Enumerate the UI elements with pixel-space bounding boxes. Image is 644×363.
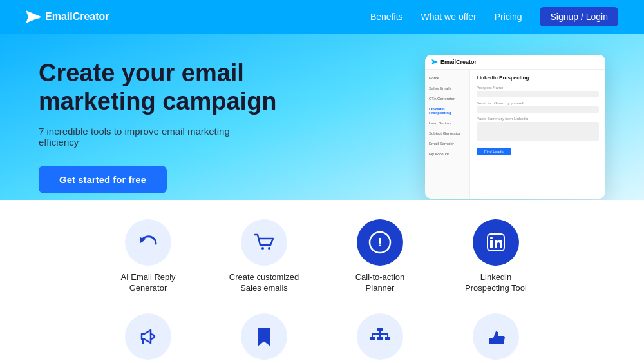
feature-icon-circle-cta: !: [357, 219, 403, 266]
feature-label-sales: Create customized Sales emails: [225, 272, 303, 294]
mockup-field-services: Services offered by yourself: [477, 101, 599, 113]
info-icon: !: [368, 231, 392, 254]
feature-icon-circle-campaign: [125, 313, 171, 360]
mockup-find-leads-button[interactable]: Find Leads: [477, 148, 511, 155]
feature-linkedin: Linkedin Prospecting Tool: [457, 219, 535, 294]
mockup-input-services: [477, 106, 599, 113]
svg-point-10: [490, 237, 493, 239]
mockup-field-summary: Paste Summary from Linkedin: [477, 117, 599, 141]
mockup-content-title: Linkedin Prospecting: [477, 75, 599, 81]
feature-icon-circle-sales: [241, 219, 287, 266]
nav-benefits[interactable]: Benefits: [370, 12, 403, 22]
features-row-2: Campaign Tool Bookmark Tool: [39, 313, 605, 363]
mockup-logo-text: EmailCreator: [440, 59, 477, 65]
mockup-body: Home Sales Emails CTA Generator Linkedin…: [425, 70, 605, 199]
mockup-sidebar-sampler: Email Sampler: [429, 141, 466, 147]
reply-icon: [137, 231, 160, 254]
svg-rect-13: [370, 337, 375, 340]
app-mockup: EmailCreator Home Sales Emails CTA Gener…: [425, 55, 605, 199]
chart-icon: [367, 325, 393, 348]
mockup-sidebar-sales: Sales Emails: [429, 85, 466, 92]
mockup-sidebar: Home Sales Emails CTA Generator Linkedin…: [425, 70, 470, 199]
feature-sales: Create customized Sales emails: [225, 219, 303, 294]
megaphone-icon: [137, 325, 160, 348]
thumbsup-icon: [484, 325, 507, 348]
linkedin-icon: [484, 231, 507, 254]
feature-label-linkedin: Linkedin Prospecting Tool: [457, 272, 535, 294]
feature-icon-circle-linkedin: [473, 219, 519, 266]
svg-rect-9: [490, 240, 493, 248]
header: EmailCreator Benefits What we offer Pric…: [0, 0, 644, 34]
svg-text:!: !: [378, 236, 382, 249]
mockup-content: Linkedin Prospecting Prospect Name Servi…: [470, 70, 605, 199]
mockup-sidebar-lead: Lead Nurture: [429, 120, 466, 126]
mockup-textarea-summary: [477, 122, 599, 141]
mockup-sidebar-linkedin: Linkedin Prospecting: [429, 106, 466, 116]
feature-icon-circle-thumbsup: [473, 313, 519, 360]
mockup-label-prospect: Prospect Name: [477, 86, 599, 90]
hero-title: Create your email marketing campaign: [39, 59, 309, 115]
feature-icon-circle-bookmark: [241, 313, 287, 360]
cart-icon: [252, 231, 276, 254]
logo-icon: [26, 10, 41, 23]
logo-text: EmailCreator: [45, 11, 109, 23]
nav-what-we-offer[interactable]: What we offer: [421, 12, 477, 22]
mockup-header: EmailCreator: [425, 55, 605, 70]
svg-rect-14: [377, 337, 383, 340]
hero-subtitle: 7 incredible tools to improve email mark…: [39, 126, 270, 148]
feature-icon-circle-reply: [125, 219, 171, 266]
feature-reply: AI Email Reply Generator: [109, 219, 187, 294]
bookmark-icon: [252, 325, 276, 348]
mockup-input-prospect: [477, 91, 599, 97]
features-row-1: AI Email Reply Generator Create customiz…: [39, 219, 605, 294]
feature-cta: ! Call-to-action Planner: [341, 219, 419, 294]
svg-rect-15: [385, 337, 390, 340]
mockup-label-services: Services offered by yourself: [477, 101, 599, 105]
mockup-sidebar-account: My Account: [429, 151, 466, 157]
svg-rect-12: [377, 328, 383, 331]
nav: Benefits What we offer Pricing Signup / …: [370, 7, 618, 26]
feature-campaign: Campaign Tool: [109, 313, 187, 363]
mockup-sidebar-home: Home: [429, 75, 466, 81]
mockup-sidebar-subject: Subject Generator: [429, 130, 466, 137]
feature-org: Org Chart Tool: [341, 313, 419, 363]
feature-label-reply: AI Email Reply Generator: [109, 272, 187, 294]
mockup-label-summary: Paste Summary from Linkedin: [477, 117, 599, 121]
features-section: AI Email Reply Generator Create customiz…: [0, 200, 644, 363]
svg-marker-2: [431, 59, 438, 64]
feature-icon-circle-org: [357, 313, 403, 360]
feature-label-cta: Call-to-action Planner: [341, 272, 419, 294]
feature-thumbsup: Thumbs Up Tool: [457, 313, 535, 363]
svg-point-4: [261, 247, 264, 250]
mockup-logo-icon: [431, 59, 438, 64]
logo: EmailCreator: [26, 10, 109, 23]
mockup-sidebar-cta: CTA Generator: [429, 95, 466, 102]
nav-pricing[interactable]: Pricing: [495, 12, 522, 22]
signup-button[interactable]: Signup / Login: [540, 7, 618, 26]
hero-text: Create your email marketing campaign 7 i…: [39, 46, 425, 193]
mockup-field-prospect: Prospect Name: [477, 86, 599, 97]
svg-point-5: [268, 247, 270, 250]
feature-bookmark: Bookmark Tool: [225, 313, 303, 363]
cta-button[interactable]: Get started for free: [39, 166, 167, 193]
